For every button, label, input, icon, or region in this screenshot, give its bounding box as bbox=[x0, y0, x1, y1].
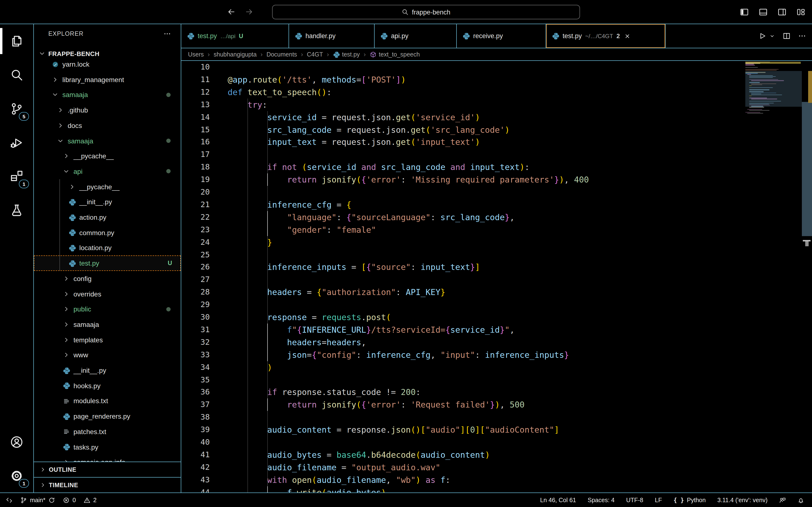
chevron-right-icon bbox=[62, 352, 70, 358]
scrollbar[interactable] bbox=[802, 24, 812, 493]
tab-handler.py[interactable]: handler.py bbox=[289, 24, 374, 48]
split-editor-icon[interactable] bbox=[782, 32, 791, 40]
tree-item-samaaja[interactable]: samaaja bbox=[34, 133, 181, 149]
status-eol[interactable]: LF bbox=[655, 497, 662, 503]
activity-item-testing[interactable] bbox=[0, 193, 33, 227]
tree-item-www[interactable]: www bbox=[34, 347, 181, 363]
toggle-primary-sidebar-icon[interactable] bbox=[740, 7, 749, 16]
tree-item-action.py[interactable]: action.py bbox=[34, 210, 181, 225]
status-label: UTF-8 bbox=[626, 497, 643, 503]
tab-label: api.py bbox=[391, 32, 408, 40]
toggle-panel-icon[interactable] bbox=[759, 7, 767, 16]
run-dropdown-icon[interactable] bbox=[769, 33, 775, 39]
tab-test.py[interactable]: test.py…/apiU bbox=[181, 24, 289, 48]
tree-item-hooks.py[interactable]: hooks.py bbox=[34, 378, 181, 393]
tree-item-label: samaaja bbox=[68, 137, 93, 145]
chevron-down-icon bbox=[51, 92, 59, 98]
breadcrumb-label: test.py bbox=[342, 51, 360, 58]
activity-item-explorer[interactable] bbox=[0, 24, 33, 58]
minimap-viewport[interactable] bbox=[745, 71, 802, 107]
txt-file-icon bbox=[62, 397, 70, 405]
breadcrumb-item-text_to_speech[interactable]: text_to_speech bbox=[370, 51, 420, 58]
tree-item-overrides[interactable]: overrides bbox=[34, 286, 181, 301]
tree-item-__init__.py[interactable]: __init__.py bbox=[34, 362, 181, 378]
toggle-secondary-sidebar-icon[interactable] bbox=[778, 7, 786, 16]
tab-receive.py[interactable]: receive.py bbox=[457, 24, 546, 48]
tree-item-modules.txt[interactable]: modules.txt bbox=[34, 393, 181, 409]
scrollbar-thumb[interactable] bbox=[802, 102, 812, 236]
tree-item-docs[interactable]: docs bbox=[34, 118, 181, 133]
tree-item-samaaja.egg-info[interactable]: samaaja.egg-info bbox=[34, 454, 181, 462]
tree-item-api[interactable]: api bbox=[34, 164, 181, 179]
breadcrumb-separator: › bbox=[208, 51, 210, 58]
code-line-30: response = requests.post( bbox=[227, 311, 391, 324]
tree-item-public[interactable]: public bbox=[34, 301, 181, 317]
tree-item-__init__.py[interactable]: __init__.py bbox=[34, 194, 181, 210]
tree-item-tasks.py[interactable]: tasks.py bbox=[34, 439, 181, 455]
status-cursor-position[interactable]: Ln 46, Col 61 bbox=[540, 497, 576, 503]
code-line-28: headers = {"authorization": API_KEY} bbox=[227, 286, 445, 298]
forward-arrow-icon[interactable] bbox=[245, 8, 253, 16]
status-python-interpreter[interactable]: 3.11.4 ('env': venv) bbox=[717, 497, 767, 503]
code-editor[interactable]: 1011@app.route('/tts', methods=['POST'])… bbox=[181, 61, 745, 493]
status-label: 3.11.4 ('env': venv) bbox=[717, 497, 767, 503]
explorer-more-actions[interactable] bbox=[163, 30, 171, 38]
tree-item-samaaja[interactable]: samaaja bbox=[34, 317, 181, 332]
tree-item-library_management[interactable]: library_management bbox=[34, 72, 181, 87]
tree-item-__pycache__[interactable]: __pycache__ bbox=[34, 179, 181, 194]
close-icon[interactable] bbox=[624, 33, 631, 39]
line-number: 35 bbox=[181, 374, 210, 386]
status-indentation[interactable]: Spaces: 4 bbox=[588, 497, 615, 503]
status-encoding[interactable]: UTF-8 bbox=[626, 497, 643, 503]
tree-item-location.py[interactable]: location.py bbox=[34, 240, 181, 256]
tree-item-config[interactable]: config bbox=[34, 271, 181, 286]
activity-item-search[interactable] bbox=[0, 58, 33, 92]
panel-header-timeline[interactable]: TIMELINE bbox=[34, 477, 181, 493]
line-number: 16 bbox=[181, 136, 210, 149]
activity-item-manage[interactable]: 1 bbox=[0, 459, 33, 493]
status-errors[interactable]: 0 bbox=[63, 497, 76, 503]
workspace-section-header[interactable]: FRAPPE-BENCH bbox=[34, 46, 181, 61]
status-language-mode[interactable]: { }Python bbox=[673, 497, 706, 503]
breadcrumb-item-Users[interactable]: Users bbox=[188, 51, 204, 58]
activity-item-extensions[interactable]: 1 bbox=[0, 159, 33, 193]
tree-item-test.py[interactable]: test.pyU bbox=[34, 256, 181, 271]
braces-icon: { } bbox=[673, 497, 684, 503]
minimap-line bbox=[745, 70, 777, 71]
tree-item-templates[interactable]: templates bbox=[34, 332, 181, 347]
breadcrumb-item-C4GT[interactable]: C4GT bbox=[307, 51, 323, 58]
code-line-41: audio_bytes = base64.b64decode(audio_con… bbox=[227, 449, 490, 461]
tab-api.py[interactable]: api.py bbox=[374, 24, 457, 48]
line-number: 34 bbox=[181, 361, 210, 374]
tree-item-patches.txt[interactable]: patches.txt bbox=[34, 424, 181, 439]
tree-item-.github[interactable]: .github bbox=[34, 102, 181, 118]
breadcrumb-item-test.py[interactable]: test.py bbox=[333, 51, 360, 58]
activity-item-source-control[interactable]: 5 bbox=[0, 92, 33, 125]
tab-label: receive.py bbox=[473, 32, 503, 40]
customize-layout-icon[interactable] bbox=[797, 7, 805, 16]
run-python-file-icon[interactable] bbox=[758, 32, 766, 40]
status-feedback[interactable] bbox=[779, 497, 786, 503]
status-notifications[interactable] bbox=[798, 497, 804, 503]
status-label: Python bbox=[687, 497, 706, 503]
back-arrow-icon[interactable] bbox=[227, 8, 236, 16]
breadcrumb-item-Documents[interactable]: Documents bbox=[266, 51, 297, 58]
panel-header-outline[interactable]: OUTLINE bbox=[34, 462, 181, 477]
tree-item-samaaja[interactable]: samaaja bbox=[34, 87, 181, 103]
tree-item-__pycache__[interactable]: __pycache__ bbox=[34, 148, 181, 164]
breadcrumb-item-shubhangigupta[interactable]: shubhangigupta bbox=[214, 51, 257, 58]
activity-item-accounts[interactable] bbox=[0, 425, 33, 459]
minimap-line bbox=[749, 110, 769, 111]
activity-item-run-and-debug[interactable] bbox=[0, 125, 33, 159]
tree-item-page_renderers.py[interactable]: page_renderers.py bbox=[34, 408, 181, 424]
minimap[interactable] bbox=[745, 62, 802, 187]
tab-test.py-active[interactable]: test.py~/…/C4GT2 bbox=[546, 24, 666, 48]
status-warnings[interactable]: 2 bbox=[84, 497, 97, 503]
status-branch[interactable]: main* bbox=[20, 497, 55, 503]
code-line-44: f.write(audio_bytes) bbox=[227, 486, 386, 493]
command-center-search[interactable]: frappe-bench bbox=[272, 5, 580, 19]
code-line-33: json={"config": inference_cfg, "input": … bbox=[227, 348, 569, 361]
tree-item-common.py[interactable]: common.py bbox=[34, 225, 181, 240]
tree-item-label: docs bbox=[68, 122, 82, 129]
status-remote-indicator[interactable] bbox=[6, 497, 12, 503]
